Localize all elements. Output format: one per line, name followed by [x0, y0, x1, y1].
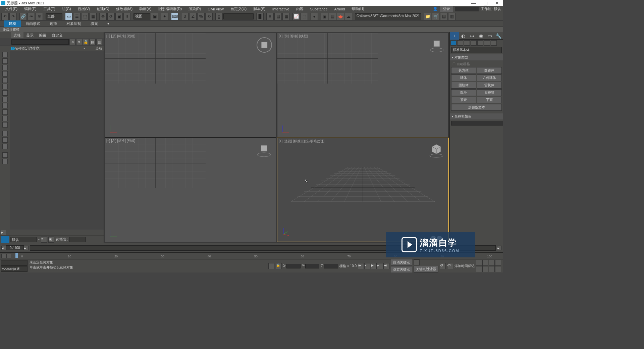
- viewport-perspective[interactable]: [+] [透视] [标准] [默认明暗处理]: [277, 138, 449, 242]
- menu-modifiers[interactable]: 修改器(M): [113, 6, 136, 11]
- maxscript-mini-input[interactable]: [1, 260, 28, 266]
- btn-plane[interactable]: 平面: [477, 97, 502, 103]
- setkey-button[interactable]: 设置关键点: [391, 266, 412, 272]
- add-time-tag-icon[interactable]: 🏷: [447, 263, 453, 269]
- trackbar-mini-curve[interactable]: [1, 254, 6, 258]
- toggle-layer-explorer[interactable]: ▤: [274, 13, 282, 20]
- viewport-perspective-label[interactable]: [+] [透视] [标准] [默认明暗处理]: [279, 139, 324, 144]
- btn-teapot[interactable]: 茶壶: [451, 97, 476, 103]
- selection-lock-icon[interactable]: 🔒: [276, 263, 282, 269]
- coord-y-input[interactable]: [305, 264, 319, 268]
- se-clear-search[interactable]: ✕: [69, 39, 75, 45]
- toggle-ribbon-button[interactable]: ▦: [282, 13, 290, 20]
- unlink-button[interactable]: ⚮: [28, 13, 35, 20]
- key-mode-icon[interactable]: [414, 259, 420, 265]
- keyboard-shortcut-toggle[interactable]: ⌨: [171, 13, 178, 20]
- menu-content[interactable]: 内容: [293, 6, 307, 11]
- goto-end-button[interactable]: ⏭: [383, 263, 389, 269]
- cp-tab-create[interactable]: +: [450, 32, 459, 40]
- se-search-input[interactable]: [11, 39, 69, 45]
- menu-search[interactable]: [455, 7, 479, 11]
- filter-shapes-icon[interactable]: [2, 65, 8, 70]
- use-pivot-center-button[interactable]: ▣: [151, 13, 158, 20]
- menu-interactive[interactable]: Interactive: [269, 7, 293, 11]
- se-object-list[interactable]: [10, 51, 104, 230]
- btn-cone[interactable]: 圆锥体: [477, 67, 502, 74]
- nav-fov-icon[interactable]: [476, 266, 482, 272]
- viewport-left[interactable]: [+] [左] [标准] [线框]: [105, 138, 276, 242]
- ribbon-tab-populate[interactable]: 填充: [86, 20, 103, 27]
- angle-snap-toggle[interactable]: ∠: [189, 13, 197, 20]
- next-frame-button[interactable]: ▸: [377, 263, 383, 269]
- select-manipulate-button[interactable]: ✦: [161, 13, 168, 20]
- spinner-snap-toggle[interactable]: ⟲: [205, 13, 213, 20]
- btn-geosphere[interactable]: 几何球体: [477, 74, 502, 81]
- menu-create[interactable]: 创建(C): [93, 6, 112, 11]
- filter-geometry-icon[interactable]: [2, 58, 8, 64]
- render-production-button[interactable]: 🫖: [337, 13, 344, 20]
- nav-zoom-extents-icon[interactable]: [489, 260, 495, 266]
- filter-container-icon[interactable]: [2, 116, 8, 121]
- filter-cameras-icon[interactable]: [2, 78, 8, 83]
- menu-scripting[interactable]: 脚本(S): [250, 6, 269, 11]
- menu-views[interactable]: 视图(V): [74, 6, 94, 11]
- menu-tools[interactable]: 工具(T): [40, 6, 59, 11]
- more-button[interactable]: ▥: [448, 13, 455, 20]
- nav-orbit-icon[interactable]: [489, 266, 495, 272]
- project-folder-path[interactable]: C:\Users\32871\Documents\3ds Max 2021: [355, 13, 421, 19]
- btn-sphere[interactable]: 球体: [451, 74, 476, 81]
- menu-help[interactable]: 帮助(H): [348, 6, 367, 11]
- isolate-toggle-icon[interactable]: [268, 263, 274, 269]
- menu-animation[interactable]: 动画(A): [136, 6, 155, 11]
- cp-tab-display[interactable]: ▭: [485, 32, 494, 40]
- filter-bone-icon[interactable]: [2, 109, 8, 115]
- menu-graph-editors[interactable]: 图形编辑器(D): [155, 6, 185, 11]
- se-view-icon[interactable]: ▤: [90, 39, 96, 45]
- nav-zoom-icon[interactable]: [476, 260, 482, 266]
- object-name-input[interactable]: [451, 121, 503, 126]
- se-layers-icon[interactable]: ≡: [41, 237, 47, 243]
- material-editor-button[interactable]: ●: [311, 13, 318, 20]
- login-button[interactable]: 登录: [440, 6, 453, 12]
- nav-pan-icon[interactable]: [482, 266, 488, 272]
- viewport-left-label[interactable]: [+] [左] [标准] [线框]: [106, 139, 135, 143]
- time-slider-end[interactable]: ▸: [497, 246, 502, 250]
- filter-helpers-icon[interactable]: [2, 84, 8, 89]
- btn-textplus[interactable]: 加强型文本: [451, 104, 502, 111]
- render-setup-button[interactable]: ▣: [321, 13, 328, 20]
- named-selection-dropdown[interactable]: [223, 13, 254, 19]
- subtab-systems-icon[interactable]: [491, 40, 497, 46]
- ribbon-tab-object-paint[interactable]: 对象绘制: [62, 20, 86, 27]
- autogrid-checkbox[interactable]: ☐ 自动栅格: [451, 62, 502, 66]
- maximize-button[interactable]: ▢: [483, 0, 488, 6]
- filter-extra2-icon[interactable]: [2, 137, 8, 143]
- btn-box[interactable]: 长方体: [451, 67, 476, 74]
- redo-button[interactable]: ↷: [9, 13, 17, 20]
- coord-x-input[interactable]: [286, 264, 301, 268]
- menu-customize[interactable]: 自定义(U): [227, 6, 250, 11]
- menu-arnold[interactable]: Arnold: [331, 7, 348, 11]
- ribbon-tab-selection[interactable]: 选择: [45, 20, 62, 27]
- ribbon-tab-modeling[interactable]: 建模: [4, 20, 21, 27]
- filter-groups-icon[interactable]: [2, 97, 8, 102]
- ribbon-tab-freeform[interactable]: 自由形式: [21, 20, 45, 27]
- filter-extra5-icon[interactable]: [2, 159, 8, 164]
- menu-rendering[interactable]: 渲染(R): [185, 6, 204, 11]
- rendered-frame-button[interactable]: ▤: [329, 13, 336, 20]
- cp-tab-hierarchy[interactable]: ⊶: [468, 32, 477, 40]
- cp-tab-motion[interactable]: ◉: [477, 32, 486, 40]
- menu-civil-view[interactable]: Civil View: [204, 7, 227, 11]
- selection-set-dropdown[interactable]: [69, 237, 86, 242]
- menu-group[interactable]: 组(G): [59, 6, 74, 11]
- time-slider-next[interactable]: ▸: [24, 246, 29, 250]
- percent-snap-toggle[interactable]: %: [197, 13, 205, 20]
- filter-xrefs-icon[interactable]: [2, 103, 8, 108]
- rectangular-region-button[interactable]: ⬚: [81, 13, 89, 20]
- select-by-name-button[interactable]: ☰: [73, 13, 80, 20]
- select-object-button[interactable]: ▭: [65, 13, 72, 20]
- viewcube-top[interactable]: [256, 37, 273, 53]
- coord-z-input[interactable]: [324, 264, 338, 268]
- key-filters-button[interactable]: 关键点过滤器: [414, 266, 438, 272]
- rollout-name-color[interactable]: 名称和颜色: [450, 113, 503, 119]
- nav-zoom-all-icon[interactable]: [482, 260, 488, 266]
